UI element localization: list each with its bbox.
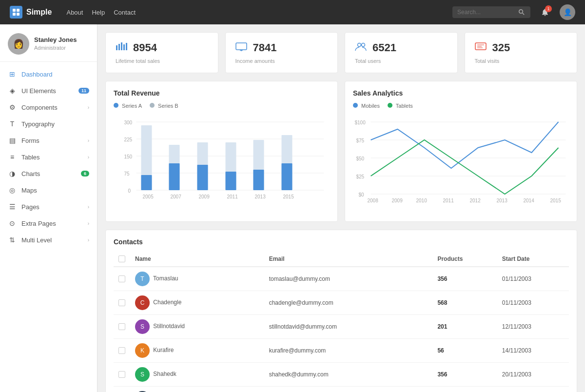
svg-text:2011: 2011 bbox=[227, 194, 238, 199]
svg-rect-11 bbox=[236, 43, 247, 50]
sidebar-label-charts: Charts bbox=[21, 170, 81, 177]
pages-icon: ☰ bbox=[8, 203, 17, 211]
row-start-date: 14/11/2003 bbox=[497, 339, 569, 363]
svg-text:225: 225 bbox=[124, 137, 133, 142]
lifetime-sales-label: Lifetime total sales bbox=[116, 58, 208, 64]
svg-rect-10 bbox=[126, 43, 127, 50]
sidebar-label-multi-level: Multi Level bbox=[21, 236, 88, 244]
svg-rect-41 bbox=[282, 163, 292, 190]
row-name: A Adhamdannaway bbox=[130, 387, 264, 392]
row-checkbox[interactable] bbox=[118, 275, 125, 282]
nav-help[interactable]: Help bbox=[92, 9, 105, 16]
user-menu-button[interactable]: 👤 bbox=[560, 4, 575, 20]
nav-about[interactable]: About bbox=[66, 9, 83, 16]
row-products: 956 bbox=[432, 387, 497, 392]
sidebar-item-forms[interactable]: ▤ Forms › bbox=[0, 132, 97, 149]
sidebar-item-maps[interactable]: ◎ Maps bbox=[0, 182, 97, 198]
svg-text:2013: 2013 bbox=[497, 198, 508, 203]
row-checkbox[interactable] bbox=[118, 371, 125, 378]
visits-chart-icon bbox=[475, 42, 487, 51]
chevron-components-icon: › bbox=[88, 105, 89, 110]
search-box[interactable] bbox=[452, 6, 530, 18]
top-navigation: Simple About Help Contact 1 👤 bbox=[0, 0, 585, 24]
sidebar-item-typography[interactable]: T Typography bbox=[0, 116, 97, 132]
contact-avatar: S bbox=[135, 319, 150, 334]
table-row: T Tomaslau tomaslau@dummy.com 356 01/11/… bbox=[114, 267, 569, 291]
sidebar-item-multi-level[interactable]: ⇅ Multi Level › bbox=[0, 232, 97, 248]
svg-text:2005: 2005 bbox=[143, 194, 154, 199]
row-products: 568 bbox=[432, 291, 497, 315]
svg-rect-33 bbox=[169, 163, 180, 190]
notification-badge: 1 bbox=[545, 5, 552, 12]
sidebar-item-tables[interactable]: ≡ Tables › bbox=[0, 149, 97, 165]
sidebar-label-maps: Maps bbox=[21, 187, 89, 194]
col-email: Email bbox=[264, 252, 433, 267]
select-all-checkbox[interactable] bbox=[118, 255, 125, 262]
svg-rect-2 bbox=[13, 13, 16, 16]
sidebar-item-pages[interactable]: ☰ Pages › bbox=[0, 198, 97, 215]
row-checkbox[interactable] bbox=[118, 347, 125, 354]
sidebar-label-ui-elements: UI Elements bbox=[21, 87, 78, 95]
svg-text:2007: 2007 bbox=[171, 194, 182, 199]
charts-icon: ◑ bbox=[8, 170, 17, 177]
legend-mobiles: Mobiles bbox=[353, 103, 380, 109]
sidebar-item-ui-elements[interactable]: ◈ UI Elements 11 bbox=[0, 82, 97, 99]
svg-rect-0 bbox=[13, 9, 16, 12]
row-checkbox-cell bbox=[114, 339, 130, 363]
row-checkbox[interactable] bbox=[118, 299, 125, 306]
monitor-icon bbox=[235, 42, 247, 51]
contact-avatar: S bbox=[135, 367, 150, 382]
brand-name: Simple bbox=[26, 8, 52, 17]
row-start-date: 24/11/2003 bbox=[497, 387, 569, 392]
nav-contact[interactable]: Contact bbox=[114, 9, 136, 16]
sidebar-item-dashboard[interactable]: ⊞ Dashboard bbox=[0, 66, 97, 82]
sidebar-item-extra-pages[interactable]: ⊙ Extra Pages › bbox=[0, 215, 97, 232]
ui-elements-badge: 11 bbox=[78, 88, 89, 94]
ui-elements-icon: ◈ bbox=[8, 87, 17, 95]
total-revenue-chart: Total Revenue Series A Series B 300 225 bbox=[105, 81, 338, 222]
contact-avatar: K bbox=[135, 343, 150, 358]
income-value: 7841 bbox=[253, 41, 277, 54]
stat-card-income: 7841 Income amounts bbox=[225, 32, 338, 73]
row-name: C Chadengle bbox=[130, 291, 264, 315]
sidebar-item-components[interactable]: ⚙ Components › bbox=[0, 99, 97, 116]
profile-name: Stanley Jones bbox=[34, 36, 77, 44]
chevron-extra-pages-icon: › bbox=[88, 221, 89, 226]
contact-avatar: C bbox=[135, 295, 150, 310]
col-start-date: Start Date bbox=[497, 252, 569, 267]
brand-logo[interactable]: Simple bbox=[10, 6, 52, 19]
col-products: Products bbox=[432, 252, 497, 267]
tablets-dot bbox=[388, 103, 392, 108]
search-input[interactable] bbox=[457, 9, 516, 16]
sidebar-nav: ⊞ Dashboard ◈ UI Elements 11 ⚙ Component… bbox=[0, 66, 97, 248]
total-visits-value: 325 bbox=[492, 41, 510, 54]
sidebar-profile: 👩 Stanley Jones Administrator bbox=[0, 24, 97, 62]
extra-pages-icon: ⊙ bbox=[8, 219, 17, 227]
charts-row: Total Revenue Series A Series B 300 225 bbox=[105, 81, 577, 222]
visits-icon bbox=[475, 41, 487, 54]
total-users-label: Total users bbox=[355, 58, 448, 64]
row-checkbox[interactable] bbox=[118, 323, 125, 330]
svg-text:2015: 2015 bbox=[550, 198, 562, 203]
chevron-forms-icon: › bbox=[88, 138, 89, 143]
row-email: adhamdannaway@dummy.com bbox=[264, 387, 433, 392]
forms-icon: ▤ bbox=[8, 137, 17, 144]
charts-badge: 6 bbox=[81, 171, 89, 176]
svg-rect-37 bbox=[226, 172, 236, 190]
contacts-title: Contacts bbox=[114, 238, 569, 246]
nav-links: About Help Contact bbox=[66, 9, 443, 16]
legend-tablets: Tablets bbox=[388, 103, 413, 109]
stat-top-users: 6521 bbox=[355, 41, 448, 54]
row-email: shahedk@dummy.com bbox=[264, 363, 433, 387]
svg-rect-35 bbox=[197, 165, 208, 190]
svg-rect-39 bbox=[254, 170, 264, 190]
series-a-dot bbox=[114, 103, 118, 108]
sidebar-item-charts[interactable]: ◑ Charts 6 bbox=[0, 165, 97, 182]
sidebar-label-components: Components bbox=[21, 104, 88, 111]
row-products: 201 bbox=[432, 315, 497, 339]
svg-text:2012: 2012 bbox=[470, 198, 481, 203]
notifications-button[interactable]: 1 bbox=[537, 4, 553, 20]
chevron-pages-icon: › bbox=[88, 204, 89, 210]
svg-rect-8 bbox=[121, 42, 122, 50]
row-checkbox-cell bbox=[114, 363, 130, 387]
